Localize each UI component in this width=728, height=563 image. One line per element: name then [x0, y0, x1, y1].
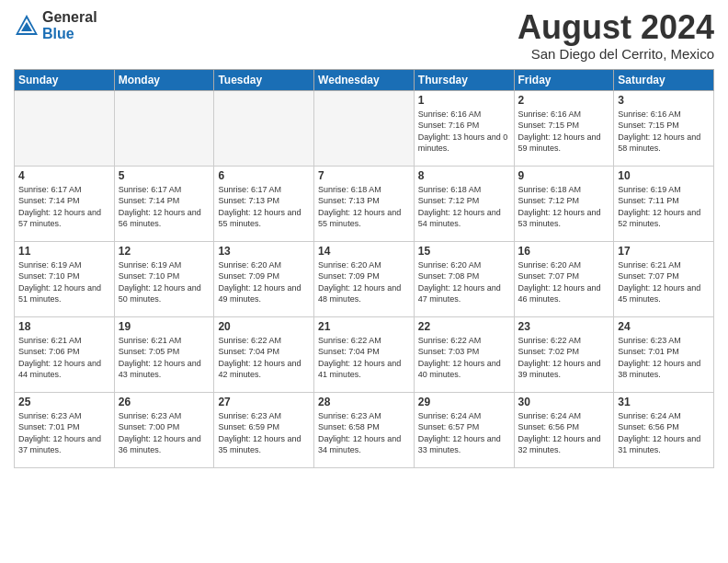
day-info: Sunrise: 6:19 AMSunset: 7:10 PMDaylight:…: [18, 259, 110, 305]
day-info: Sunrise: 6:22 AMSunset: 7:04 PMDaylight:…: [218, 335, 310, 381]
day-number: 25: [18, 396, 110, 408]
week-row-4: 25Sunrise: 6:23 AMSunset: 7:01 PMDayligh…: [15, 392, 714, 467]
day-number: 17: [618, 245, 710, 258]
day-cell: 9Sunrise: 6:18 AMSunset: 7:12 PMDaylight…: [514, 166, 614, 241]
day-number: 21: [318, 320, 410, 333]
day-cell: 3Sunrise: 6:16 AMSunset: 7:15 PMDaylight…: [614, 90, 714, 166]
day-number: 23: [518, 320, 610, 333]
day-cell: 12Sunrise: 6:19 AMSunset: 7:10 PMDayligh…: [114, 241, 214, 316]
day-number: 27: [218, 396, 310, 408]
day-info: Sunrise: 6:17 AMSunset: 7:14 PMDaylight:…: [18, 184, 110, 230]
week-row-2: 11Sunrise: 6:19 AMSunset: 7:10 PMDayligh…: [15, 241, 714, 316]
day-cell: 19Sunrise: 6:21 AMSunset: 7:05 PMDayligh…: [114, 316, 214, 392]
logo-text: General Blue: [42, 9, 97, 41]
day-cell: 20Sunrise: 6:22 AMSunset: 7:04 PMDayligh…: [214, 316, 314, 392]
col-monday: Monday: [114, 69, 214, 90]
day-info: Sunrise: 6:24 AMSunset: 6:56 PMDaylight:…: [618, 410, 710, 456]
day-number: 6: [218, 169, 310, 182]
day-cell: 29Sunrise: 6:24 AMSunset: 6:57 PMDayligh…: [414, 392, 514, 467]
day-info: Sunrise: 6:21 AMSunset: 7:06 PMDaylight:…: [18, 335, 110, 381]
page: General Blue August 2024 San Diego del C…: [0, 0, 728, 563]
day-cell: 30Sunrise: 6:24 AMSunset: 6:56 PMDayligh…: [514, 392, 614, 467]
day-cell: 14Sunrise: 6:20 AMSunset: 7:09 PMDayligh…: [314, 241, 415, 316]
day-number: 16: [518, 245, 610, 258]
day-number: 2: [518, 94, 610, 107]
day-number: 29: [418, 396, 510, 408]
title-section: August 2024 San Diego del Cerrito, Mexic…: [518, 9, 714, 62]
week-row-1: 4Sunrise: 6:17 AMSunset: 7:14 PMDaylight…: [15, 166, 714, 241]
day-info: Sunrise: 6:18 AMSunset: 7:12 PMDaylight:…: [518, 184, 610, 230]
day-number: 18: [18, 320, 110, 333]
week-row-3: 18Sunrise: 6:21 AMSunset: 7:06 PMDayligh…: [15, 316, 714, 392]
day-number: 4: [18, 169, 110, 182]
day-cell: 11Sunrise: 6:19 AMSunset: 7:10 PMDayligh…: [15, 241, 115, 316]
day-number: 8: [418, 169, 510, 182]
col-thursday: Thursday: [414, 69, 514, 90]
day-cell: 6Sunrise: 6:17 AMSunset: 7:13 PMDaylight…: [214, 166, 314, 241]
day-cell: 7Sunrise: 6:18 AMSunset: 7:13 PMDaylight…: [314, 166, 415, 241]
day-info: Sunrise: 6:21 AMSunset: 7:05 PMDaylight:…: [119, 335, 210, 381]
day-info: Sunrise: 6:20 AMSunset: 7:07 PMDaylight:…: [518, 259, 610, 305]
day-info: Sunrise: 6:17 AMSunset: 7:13 PMDaylight:…: [218, 184, 310, 230]
day-cell: 23Sunrise: 6:22 AMSunset: 7:02 PMDayligh…: [514, 316, 614, 392]
day-cell: 27Sunrise: 6:23 AMSunset: 6:59 PMDayligh…: [214, 392, 314, 467]
day-cell: 24Sunrise: 6:23 AMSunset: 7:01 PMDayligh…: [614, 316, 714, 392]
logo: General Blue: [14, 9, 97, 41]
day-number: 31: [618, 396, 710, 408]
day-number: 26: [119, 396, 210, 408]
day-number: 28: [318, 396, 410, 408]
day-info: Sunrise: 6:16 AMSunset: 7:15 PMDaylight:…: [618, 109, 710, 155]
day-cell: [314, 90, 415, 166]
day-cell: 8Sunrise: 6:18 AMSunset: 7:12 PMDaylight…: [414, 166, 514, 241]
day-cell: 16Sunrise: 6:20 AMSunset: 7:07 PMDayligh…: [514, 241, 614, 316]
day-info: Sunrise: 6:20 AMSunset: 7:09 PMDaylight:…: [318, 259, 410, 305]
day-number: 22: [418, 320, 510, 333]
day-info: Sunrise: 6:21 AMSunset: 7:07 PMDaylight:…: [618, 259, 710, 305]
col-tuesday: Tuesday: [214, 69, 314, 90]
day-info: Sunrise: 6:23 AMSunset: 6:59 PMDaylight:…: [218, 410, 310, 456]
day-info: Sunrise: 6:18 AMSunset: 7:13 PMDaylight:…: [318, 184, 410, 230]
day-number: 14: [318, 245, 410, 258]
day-info: Sunrise: 6:22 AMSunset: 7:02 PMDaylight:…: [518, 335, 610, 381]
col-wednesday: Wednesday: [314, 69, 415, 90]
day-number: 13: [218, 245, 310, 258]
location-subtitle: San Diego del Cerrito, Mexico: [518, 46, 714, 62]
day-number: 10: [618, 169, 710, 182]
day-info: Sunrise: 6:17 AMSunset: 7:14 PMDaylight:…: [119, 184, 210, 230]
day-cell: [15, 90, 115, 166]
day-info: Sunrise: 6:24 AMSunset: 6:56 PMDaylight:…: [518, 410, 610, 456]
day-info: Sunrise: 6:23 AMSunset: 7:00 PMDaylight:…: [119, 410, 210, 456]
day-number: 1: [418, 94, 510, 107]
header: General Blue August 2024 San Diego del C…: [14, 9, 714, 62]
day-info: Sunrise: 6:20 AMSunset: 7:09 PMDaylight:…: [218, 259, 310, 305]
week-row-0: 1Sunrise: 6:16 AMSunset: 7:16 PMDaylight…: [15, 90, 714, 166]
day-number: 15: [418, 245, 510, 258]
day-number: 9: [518, 169, 610, 182]
col-saturday: Saturday: [614, 69, 714, 90]
day-info: Sunrise: 6:22 AMSunset: 7:03 PMDaylight:…: [418, 335, 510, 381]
day-info: Sunrise: 6:19 AMSunset: 7:11 PMDaylight:…: [618, 184, 710, 230]
col-friday: Friday: [514, 69, 614, 90]
day-cell: 1Sunrise: 6:16 AMSunset: 7:16 PMDaylight…: [414, 90, 514, 166]
day-info: Sunrise: 6:23 AMSunset: 7:01 PMDaylight:…: [18, 410, 110, 456]
day-cell: 2Sunrise: 6:16 AMSunset: 7:15 PMDaylight…: [514, 90, 614, 166]
day-cell: 26Sunrise: 6:23 AMSunset: 7:00 PMDayligh…: [114, 392, 214, 467]
day-number: 5: [119, 169, 210, 182]
day-cell: 5Sunrise: 6:17 AMSunset: 7:14 PMDaylight…: [114, 166, 214, 241]
day-number: 20: [218, 320, 310, 333]
day-number: 12: [119, 245, 210, 258]
day-cell: 18Sunrise: 6:21 AMSunset: 7:06 PMDayligh…: [15, 316, 115, 392]
day-cell: 17Sunrise: 6:21 AMSunset: 7:07 PMDayligh…: [614, 241, 714, 316]
calendar-table: Sunday Monday Tuesday Wednesday Thursday…: [14, 69, 714, 468]
day-cell: 4Sunrise: 6:17 AMSunset: 7:14 PMDaylight…: [15, 166, 115, 241]
header-row: Sunday Monday Tuesday Wednesday Thursday…: [15, 69, 714, 90]
day-info: Sunrise: 6:19 AMSunset: 7:10 PMDaylight:…: [119, 259, 210, 305]
logo-general-text: General: [42, 9, 97, 26]
day-info: Sunrise: 6:16 AMSunset: 7:16 PMDaylight:…: [418, 109, 510, 155]
day-cell: 21Sunrise: 6:22 AMSunset: 7:04 PMDayligh…: [314, 316, 415, 392]
logo-blue-text: Blue: [42, 26, 97, 42]
day-number: 3: [618, 94, 710, 107]
day-cell: [114, 90, 214, 166]
day-info: Sunrise: 6:20 AMSunset: 7:08 PMDaylight:…: [418, 259, 510, 305]
day-cell: 22Sunrise: 6:22 AMSunset: 7:03 PMDayligh…: [414, 316, 514, 392]
